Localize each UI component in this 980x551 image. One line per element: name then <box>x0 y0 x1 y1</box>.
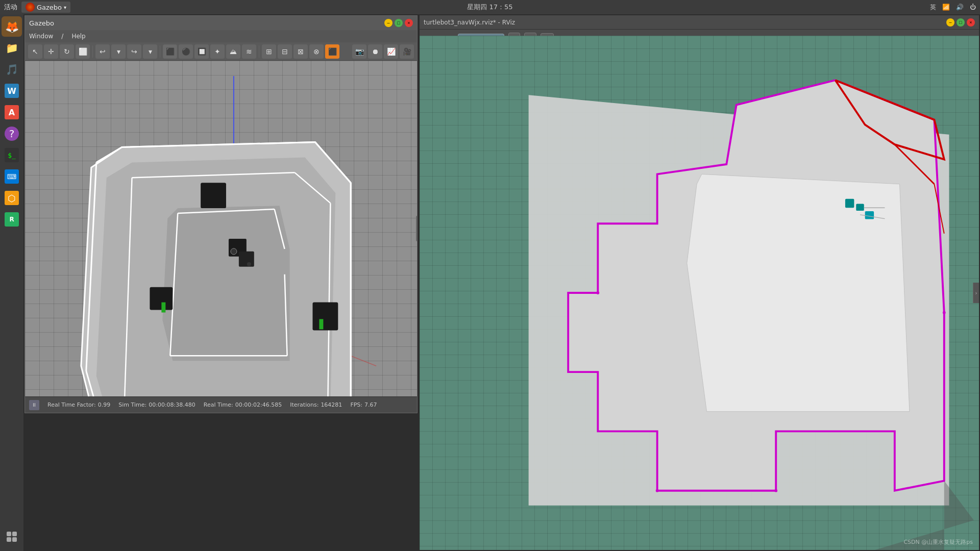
firefox-icon: 🦊 <box>5 20 19 33</box>
rotate-tool-button[interactable]: ↻ <box>60 44 74 59</box>
real-time-label: Real Time: <box>204 402 233 408</box>
joint-button[interactable]: ⊠ <box>293 44 308 59</box>
dock-icon-apps[interactable] <box>2 527 22 547</box>
rviz-minimize-button[interactable]: – <box>946 18 954 27</box>
vscode-icon: ⌨ <box>5 169 19 184</box>
video-button[interactable]: 🎥 <box>400 44 414 59</box>
dock-icon-rhythmbox[interactable]: 🎵 <box>2 59 22 80</box>
gazebo-menu-help[interactable]: Help <box>71 33 85 40</box>
insert-light-button[interactable]: ✦ <box>210 44 225 59</box>
gazebo-resize-handle[interactable] <box>416 216 417 241</box>
svg-rect-38 <box>845 199 854 208</box>
pause-button[interactable]: ⏸ <box>29 400 39 410</box>
svg-rect-23 <box>201 183 226 208</box>
toolbar-sep-2 <box>160 45 160 58</box>
gazebo-minimize-button[interactable]: – <box>384 19 393 27</box>
rviz-maximize-button[interactable]: □ <box>957 18 965 27</box>
fps-value: 7.67 <box>364 402 377 408</box>
record-button[interactable]: ⏺ <box>368 44 382 59</box>
gazebo-app-menu[interactable]: Gazebo ▾ <box>21 2 70 13</box>
pause-icon: ⏸ <box>32 402 37 408</box>
gazebo-menu-window[interactable]: Window <box>29 33 53 40</box>
gazebo-scene-svg <box>25 61 417 396</box>
redo-button[interactable]: ↪ <box>127 44 141 59</box>
svg-rect-25 <box>239 252 254 267</box>
impress-icon: A <box>5 105 19 119</box>
system-bar-left: 活动 Gazebo ▾ <box>4 2 70 13</box>
activity-label: 活动 <box>4 3 17 12</box>
dock-icon-layers[interactable]: ⬡ <box>2 188 22 208</box>
wifi-icon: 📶 <box>942 4 950 11</box>
watermark: CSDN @山重水复疑无路ps <box>903 538 973 546</box>
undo-history-button[interactable]: ▾ <box>111 44 126 59</box>
undo-button[interactable]: ↩ <box>95 44 110 59</box>
gazebo-window: Gazebo – □ × Window / Help ↖ ✛ ↻ ⬜ ↩ ▾ ↪… <box>24 15 418 413</box>
toolbar-sep-3 <box>259 45 259 58</box>
help-icon: ? <box>5 127 19 141</box>
svg-marker-36 <box>687 174 910 411</box>
insert-sphere-button[interactable]: ⚫ <box>179 44 193 59</box>
dock-icon-writer[interactable]: W <box>2 81 22 101</box>
redo-history-button[interactable]: ▾ <box>143 44 157 59</box>
gazebo-close-button[interactable]: × <box>405 19 413 27</box>
left-dock: 🦊 📁 🎵 W A ? $_ ⌨ ⬡ R <box>0 14 23 551</box>
sim-time-status: Sim Time: 00:00:08:38.480 <box>118 402 195 408</box>
insert-cylinder-button[interactable]: 🔲 <box>194 44 209 59</box>
graph-button[interactable]: 📈 <box>384 44 398 59</box>
apps-grid-icon <box>7 532 17 542</box>
rviz-window: turtlebot3_navWjx.rviz* - RViz – □ × Glo… <box>420 15 979 550</box>
svg-point-43 <box>656 489 659 492</box>
gazebo-statusbar: ⏸ Real Time Factor: 0.99 Sim Time: 00:00… <box>25 396 417 413</box>
camera-button[interactable]: 📷 <box>352 44 366 59</box>
rviz-close-button[interactable]: × <box>967 18 975 27</box>
gazebo-maximize-button[interactable]: □ <box>395 19 403 27</box>
translate-tool-button[interactable]: ✛ <box>44 44 58 59</box>
gazebo-window-controls: – □ × <box>384 19 413 27</box>
real-time-factor-value: 0.99 <box>98 402 111 408</box>
iterations-label: Iterations: <box>290 402 318 408</box>
layers-icon: ⬡ <box>5 191 19 205</box>
chevron-right-icon: › <box>975 290 977 296</box>
building-editor-button[interactable]: ⊟ <box>278 44 292 59</box>
svg-rect-40 <box>865 211 874 219</box>
gazebo-app-label: Gazebo <box>37 4 62 11</box>
svg-marker-5 <box>162 206 289 361</box>
svg-point-44 <box>774 489 777 492</box>
dock-icon-terminal[interactable]: $_ <box>2 145 22 165</box>
sim-time-value: 00:00:08:38.480 <box>149 402 195 408</box>
dock-icon-rviz[interactable]: R <box>2 209 22 230</box>
lang-indicator[interactable]: 英 <box>930 3 936 12</box>
dock-icon-impress[interactable]: A <box>2 102 22 122</box>
gazebo-app-icon <box>26 3 35 12</box>
system-bar-right: 英 📶 🔊 ⏻ <box>930 3 976 12</box>
terminal-icon: $_ <box>5 148 19 162</box>
fps-status: FPS: 7.67 <box>350 402 377 408</box>
real-time-value: 00:00:02:46.585 <box>235 402 282 408</box>
dock-icon-files[interactable]: 📁 <box>2 38 22 58</box>
files-icon: 📁 <box>6 42 18 54</box>
rviz-scene-svg <box>420 36 979 550</box>
system-bar-clock: 星期四 17：55 <box>467 3 512 12</box>
model-editor-button[interactable]: ⊞ <box>262 44 276 59</box>
dock-icon-firefox[interactable]: 🦊 <box>2 16 22 37</box>
rviz-window-title: turtlebot3_navWjx.rviz* - RViz <box>424 19 515 26</box>
dock-icon-help[interactable]: ? <box>2 123 22 144</box>
terrain-button[interactable]: ⛰ <box>226 44 240 59</box>
rviz-viewport[interactable]: › CSDN @山重水复疑无路ps <box>420 36 979 550</box>
sound-icon: 🔊 <box>956 4 964 11</box>
insert-box-button[interactable]: ⬛ <box>163 44 177 59</box>
select-tool-button[interactable]: ↖ <box>28 44 42 59</box>
orange-widget-button[interactable]: ⬛ <box>325 44 339 59</box>
gazebo-window-title: Gazebo <box>29 19 54 27</box>
svg-rect-26 <box>150 287 173 310</box>
chain-button[interactable]: ⊗ <box>309 44 324 59</box>
gazebo-viewport[interactable] <box>25 61 417 396</box>
iterations-value: 164281 <box>321 402 342 408</box>
rviz-collapse-handle[interactable]: › <box>973 283 979 303</box>
dock-icon-vscode[interactable]: ⌨ <box>2 166 22 187</box>
real-time-status: Real Time: 00:00:02:46.585 <box>204 402 282 408</box>
sim-time-label: Sim Time: <box>118 402 146 408</box>
writer-icon: W <box>5 84 19 98</box>
scale-tool-button[interactable]: ⬜ <box>76 44 90 59</box>
road-button[interactable]: ≋ <box>242 44 256 59</box>
